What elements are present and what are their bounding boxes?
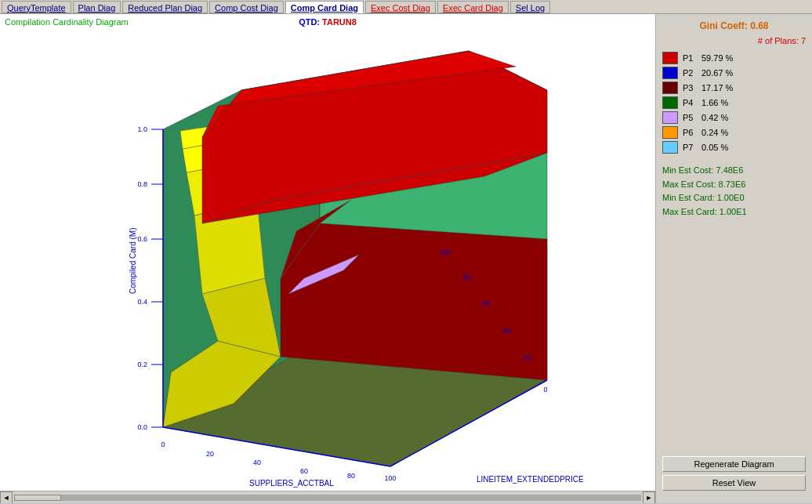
legend-plan-id: P1 xyxy=(683,53,698,63)
diagram-area: Compilation Cardinality Diagram QTD: TAR… xyxy=(0,14,655,503)
svg-text:0: 0 xyxy=(161,441,165,448)
legend-item-p4: P41.66 % xyxy=(662,96,806,109)
scrollbar-track[interactable] xyxy=(14,495,641,501)
legend-item-p3: P317.17 % xyxy=(662,82,806,94)
legend-color-p1 xyxy=(662,52,678,64)
stat-line: Max Est Card: 1.00E1 xyxy=(662,205,806,219)
svg-text:0.0: 0.0 xyxy=(137,423,147,431)
reset-view-button[interactable]: Reset View xyxy=(662,475,806,491)
tab-querytemplate[interactable]: QueryTemplate xyxy=(2,1,71,13)
svg-text:0.6: 0.6 xyxy=(137,235,147,243)
tab-exec-card-diag[interactable]: Exec Card Diag xyxy=(437,1,509,13)
svg-text:Compiled Card (M): Compiled Card (M) xyxy=(129,228,137,294)
tab-comp-cost-diag[interactable]: Comp Cost Diag xyxy=(209,1,284,13)
legend-color-p5 xyxy=(662,111,678,124)
tab-plan-diag[interactable]: Plan Diag xyxy=(73,1,121,13)
stat-line: Min Est Cost: 7.48E6 xyxy=(662,164,806,178)
legend-color-p2 xyxy=(662,67,678,79)
legend-plan-id: P4 xyxy=(683,98,698,107)
qtd-label: QTD: TARUN8 xyxy=(299,17,357,27)
legend-item-p7: P70.05 % xyxy=(662,141,806,154)
chart-container[interactable]: Compiled Card (M) 0.0 0.2 0.4 0.6 0.8 1.… xyxy=(0,30,655,503)
legend-plan-id: P3 xyxy=(683,83,698,92)
tab-reduced-plan-diag[interactable]: Reduced Plan Diag xyxy=(122,1,208,13)
tab-bar: QueryTemplatePlan DiagReduced Plan DiagC… xyxy=(0,0,812,14)
svg-text:100: 100 xyxy=(384,474,396,482)
svg-text:1.0: 1.0 xyxy=(137,125,147,133)
right-panel: Gini Coeff: 0.68 # of Plans: 7 P159.79 %… xyxy=(655,14,812,503)
scroll-left-button[interactable]: ◄ xyxy=(0,491,13,504)
tab-sel-log[interactable]: Sel Log xyxy=(510,1,550,13)
legend-plan-id: P6 xyxy=(683,128,698,137)
chart-svg: Compiled Card (M) 0.0 0.2 0.4 0.6 0.8 1.… xyxy=(61,39,594,494)
legend-color-p4 xyxy=(662,96,678,109)
svg-text:100: 100 xyxy=(439,248,451,256)
scroll-right-button[interactable]: ► xyxy=(643,491,655,504)
svg-text:80: 80 xyxy=(463,274,471,281)
svg-text:LINEITEM_EXTENDEDPRICE: LINEITEM_EXTENDEDPRICE xyxy=(477,475,584,484)
buttons-section: Regenerate DiagramReset View xyxy=(662,456,806,497)
bottom-scrollbar[interactable]: ◄ ► xyxy=(0,491,655,503)
legend-item-p5: P50.42 % xyxy=(662,111,806,124)
legend-pct: 0.05 % xyxy=(701,143,728,152)
svg-text:0.4: 0.4 xyxy=(137,298,147,306)
svg-text:40: 40 xyxy=(502,327,510,335)
main-content: Compilation Cardinality Diagram QTD: TAR… xyxy=(0,14,812,503)
legend: P159.79 %P220.67 %P317.17 %P41.66 %P50.4… xyxy=(662,52,806,156)
legend-color-p3 xyxy=(662,82,678,94)
stats-section: Min Est Cost: 7.48E6Max Est Cost: 8.73E6… xyxy=(662,164,806,219)
legend-pct: 0.42 % xyxy=(701,113,728,122)
svg-text:60: 60 xyxy=(482,299,490,307)
legend-pct: 17.17 % xyxy=(701,83,733,92)
svg-text:0: 0 xyxy=(543,386,547,393)
num-plans-label: # of Plans: 7 xyxy=(662,36,806,45)
svg-text:0.8: 0.8 xyxy=(137,180,147,188)
legend-plan-id: P2 xyxy=(683,68,698,78)
legend-pct: 20.67 % xyxy=(701,68,733,78)
legend-item-p6: P60.24 % xyxy=(662,126,806,139)
svg-text:60: 60 xyxy=(300,467,308,475)
tab-comp-card-diag[interactable]: Comp Card Diag xyxy=(285,1,364,13)
svg-text:SUPPLIERS_ACCTBAL: SUPPLIERS_ACCTBAL xyxy=(249,479,334,488)
svg-marker-11 xyxy=(281,223,547,380)
legend-color-p7 xyxy=(662,141,678,154)
legend-plan-id: P5 xyxy=(683,113,698,122)
svg-text:40: 40 xyxy=(253,459,261,466)
legend-item-p2: P220.67 % xyxy=(662,67,806,79)
legend-pct: 59.79 % xyxy=(701,53,733,63)
legend-pct: 1.66 % xyxy=(701,98,728,107)
svg-text:80: 80 xyxy=(347,472,355,480)
svg-text:20: 20 xyxy=(206,450,214,458)
svg-text:20: 20 xyxy=(524,354,531,362)
stat-line: Min Est Card: 1.00E0 xyxy=(662,191,806,205)
legend-item-p1: P159.79 % xyxy=(662,52,806,64)
legend-pct: 0.24 % xyxy=(701,128,728,137)
regenerate-button[interactable]: Regenerate Diagram xyxy=(662,456,806,472)
stat-line: Max Est Cost: 8.73E6 xyxy=(662,178,806,192)
svg-text:0.2: 0.2 xyxy=(137,361,147,368)
scrollbar-thumb[interactable] xyxy=(14,495,61,501)
legend-color-p6 xyxy=(662,126,678,139)
gini-coeff-label: Gini Coeff: 0.68 xyxy=(662,20,806,31)
legend-plan-id: P7 xyxy=(683,143,698,152)
tab-exec-cost-diag[interactable]: Exec Cost Diag xyxy=(365,1,436,13)
